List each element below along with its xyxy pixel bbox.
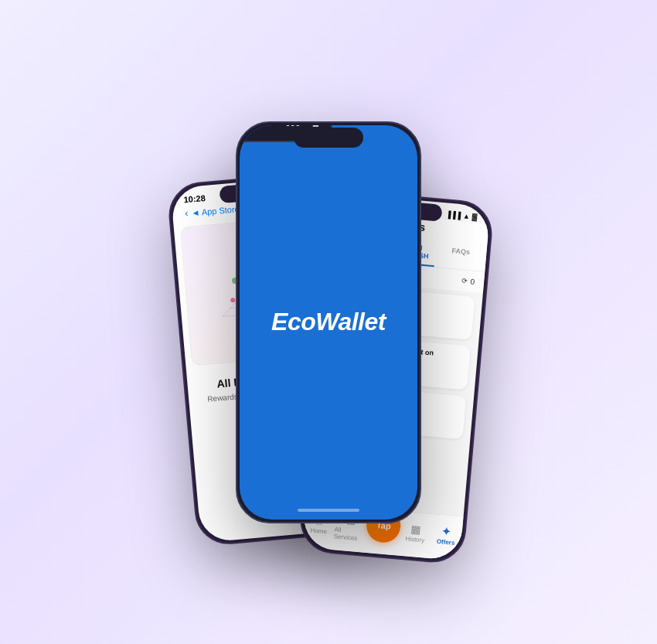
nav-home-label: Home [310,526,327,535]
center-signal-icon: ▐▐▐ [284,125,299,126]
center-home-indicator [298,509,359,512]
right-battery-icon: ▓ [471,213,477,221]
left-chevron-icon: ‹ [185,206,189,218]
center-wifi-icon: ▲ [302,125,310,126]
nav-services-label: All Services [333,525,366,542]
history-icon: ▦ [410,523,421,534]
offers-icon: ✦ [441,526,451,537]
nav-offers-label: Offers [436,537,454,546]
right-status-icons: ▐▐▐ ▲ ▓ [446,210,478,221]
center-phone: 10:27 ▐▐▐ ▲ ▓ ◄ App Store EcoWallet [236,121,421,523]
nav-offers[interactable]: ✦ Offers [430,525,462,547]
left-app-store-label: ◄ App Store [191,203,240,216]
tab-faqs[interactable]: FAQs [434,240,487,271]
center-status-icons: ▐▐▐ ▲ ▓ [284,125,318,126]
right-signal-icon: ▐▐▐ [446,210,461,220]
right-wifi-icon: ▲ [463,212,471,220]
left-time: 10:28 [183,193,206,203]
nav-history-label: History [405,535,425,543]
svg-point-17 [230,298,235,303]
center-battery-icon: ▓ [313,125,318,126]
balance-reload-icon: ⟳ [461,276,468,285]
center-screen: 10:27 ▐▐▐ ▲ ▓ ◄ App Store EcoWallet [240,125,417,520]
ecowallet-logo: EcoWallet [271,308,386,336]
center-notch [294,128,363,148]
phones-container: 10:28 ▐ wifi ▓ ‹ ◄ App Store [58,44,599,601]
balance-value: ⟳ 0 [461,276,475,285]
nav-history[interactable]: ▦ History [399,522,431,543]
